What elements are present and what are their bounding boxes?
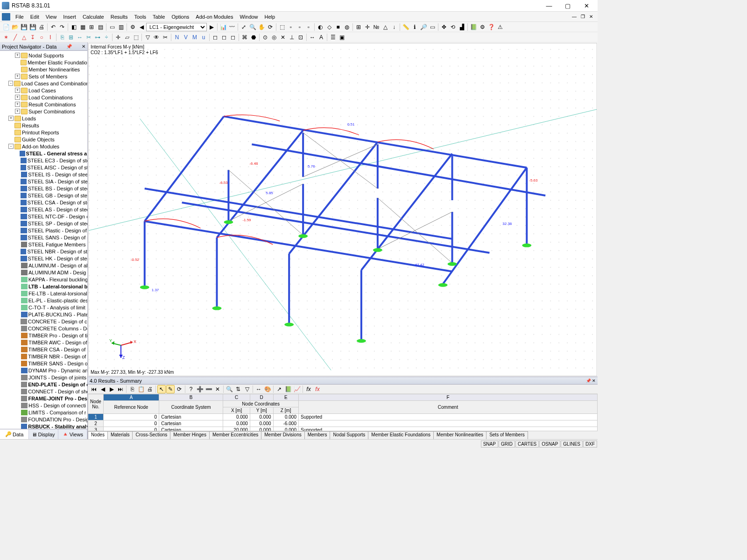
tree-item[interactable]: STEEL SIA - Design of steel xyxy=(0,178,87,185)
res-copy-icon[interactable]: ⎘ xyxy=(128,385,136,393)
toggle-1-icon[interactable]: ◻ xyxy=(211,33,219,42)
res-next-icon[interactable]: ▶ xyxy=(107,385,116,393)
view-iso-icon[interactable]: ⬚ xyxy=(278,23,286,31)
calc-next-icon[interactable]: ▶ xyxy=(207,23,216,31)
tree-item[interactable]: STEEL GB - Design of steel xyxy=(0,192,87,199)
tree-item[interactable]: STEEL NTC-DF - Design of xyxy=(0,213,87,220)
tree-item[interactable]: TIMBER SANS - Design of xyxy=(0,360,87,367)
hinge-icon[interactable]: ○ xyxy=(37,33,46,42)
results-n-icon[interactable]: N xyxy=(173,33,181,42)
tree-item[interactable]: STEEL SP - Design of steel xyxy=(0,220,87,227)
calc-prev-icon[interactable]: ◀ xyxy=(137,23,146,31)
tree-item[interactable]: KAPPA - Flexural buckling xyxy=(0,276,87,283)
tree-item[interactable]: STEEL Plastic - Design of s xyxy=(0,227,87,234)
edit-icon[interactable]: ✎ xyxy=(166,385,175,393)
view-y-icon[interactable]: ▫ xyxy=(296,23,304,31)
tree-item[interactable]: STEEL AS - Design of steel xyxy=(0,206,87,213)
trim-icon[interactable]: ✂ xyxy=(85,33,93,42)
nav-tab-data[interactable]: 🔑 Data xyxy=(0,429,29,439)
divide-icon[interactable]: ÷ xyxy=(102,33,111,42)
menu-edit[interactable]: Edit xyxy=(27,13,42,21)
tree-item[interactable]: CONNECT - Design of she xyxy=(0,388,87,395)
solid-icon[interactable]: ■ xyxy=(334,23,342,31)
maximize-button[interactable]: ▢ xyxy=(558,0,577,11)
table-row[interactable]: 10Cartesian0.0000.0000.000Supported xyxy=(88,414,598,420)
info-icon[interactable]: ℹ xyxy=(410,23,419,31)
navigator-tree[interactable]: +Nodal SupportsMember Elastic Foundation… xyxy=(0,51,87,429)
redo-icon[interactable]: ↷ xyxy=(58,23,66,31)
table-row[interactable]: 30Cartesian20.0000.0000.000Supported xyxy=(88,427,598,431)
res-paste-icon[interactable]: 📋 xyxy=(137,385,145,393)
tree-item[interactable]: Member Elastic Foundations xyxy=(0,59,87,66)
tree-item[interactable]: TIMBER NBR - Design of t xyxy=(0,353,87,360)
save-all-icon[interactable]: 💾 xyxy=(28,23,37,31)
delete-row-icon[interactable]: ➖ xyxy=(204,385,213,393)
view-x-icon[interactable]: ▫ xyxy=(287,23,295,31)
tree-item[interactable]: +Sets of Members xyxy=(0,73,87,80)
refresh-icon[interactable]: ⟳ xyxy=(175,385,183,393)
clip-icon[interactable]: ✂ xyxy=(161,33,169,42)
support-tool-icon[interactable]: △ xyxy=(20,33,28,42)
diagram-icon[interactable]: 〰 xyxy=(228,23,236,31)
tree-item[interactable]: -Add-on Modules xyxy=(0,143,87,150)
move-icon[interactable]: ✥ xyxy=(440,23,448,31)
res-fxclear-icon[interactable]: fx xyxy=(313,385,322,393)
results-tab-member-elastic-foundations[interactable]: Member Elastic Foundations xyxy=(368,431,434,439)
menu-file[interactable]: File xyxy=(12,13,27,21)
grid-icon[interactable]: ⊞ xyxy=(354,23,363,31)
results-grid[interactable]: Node No.ABCDEFReference NodeCoordinate S… xyxy=(88,394,598,431)
menu-add-on-modules[interactable]: Add-on Modules xyxy=(192,13,236,21)
tree-item[interactable]: JOINTS - Design of joints xyxy=(0,374,87,381)
open-file-icon[interactable]: 📂 xyxy=(11,23,19,31)
tree-item[interactable]: PLATE-BUCKLING - Plate xyxy=(0,311,87,318)
tree-item[interactable]: STEEL SANS - Design of st xyxy=(0,234,87,241)
find-icon[interactable]: 🔎 xyxy=(419,23,428,31)
res-print-icon[interactable]: 🖨 xyxy=(146,385,154,393)
results-tab-member-eccentricities[interactable]: Member Eccentricities xyxy=(209,431,261,439)
tree-item[interactable]: TIMBER AWC - Design of xyxy=(0,339,87,346)
report-icon[interactable]: ▤ xyxy=(96,23,105,31)
tree-item[interactable]: RSBUCK - Stability analy xyxy=(0,423,87,429)
mdi-close[interactable]: ✕ xyxy=(587,14,595,20)
menu-options[interactable]: Options xyxy=(168,13,192,21)
menu-view[interactable]: View xyxy=(42,13,60,21)
colors-icon[interactable]: 🎨 xyxy=(263,385,272,393)
connect-icon[interactable]: ⊶ xyxy=(93,33,102,42)
results-tab-cross-sections[interactable]: Cross-Sections xyxy=(132,431,170,439)
insert-row-icon[interactable]: ➕ xyxy=(196,385,204,393)
zoom-fit-icon[interactable]: ⤢ xyxy=(240,23,248,31)
pin-icon[interactable]: 📌 xyxy=(66,44,72,49)
tree-item[interactable]: FRAME-JOINT Pro - Desi xyxy=(0,395,87,402)
res-export-icon[interactable]: ↗ xyxy=(275,385,283,393)
tree-item[interactable]: +Result Combinations xyxy=(0,101,87,108)
menu-help[interactable]: Help xyxy=(261,13,279,21)
mdi-restore[interactable]: ❐ xyxy=(579,14,586,20)
print-icon[interactable]: 🖨 xyxy=(37,23,46,31)
loadcase-combo[interactable]: LC1 - Eigengewicht xyxy=(146,23,207,31)
tree-item[interactable]: STEEL CSA - Design of steel xyxy=(0,199,87,206)
tree-item[interactable]: TIMBER CSA - Design of t xyxy=(0,346,87,353)
tree-item[interactable]: CONCRETE Columns - De xyxy=(0,325,87,332)
nav-tab-views[interactable]: 🔺 Views xyxy=(58,429,87,439)
select-icon[interactable]: ▭ xyxy=(428,23,437,31)
close-panel-icon[interactable]: ✕ xyxy=(82,44,85,49)
plane-icon[interactable]: ▱ xyxy=(123,33,131,42)
tree-item[interactable]: STEEL NBR - Design of steel xyxy=(0,248,87,255)
results-tab-member-divisions[interactable]: Member Divisions xyxy=(261,431,304,439)
status-osnap[interactable]: OSNAP xyxy=(539,441,560,448)
mdi-minimize[interactable]: — xyxy=(571,14,578,20)
menu-results[interactable]: Results xyxy=(107,13,131,21)
view-z-icon[interactable]: ▫ xyxy=(304,23,313,31)
array-icon[interactable]: ⊞ xyxy=(67,33,75,42)
nav-tab-display[interactable]: 🖥 Display xyxy=(29,429,58,439)
tree-item[interactable]: Printout Reports xyxy=(0,129,87,136)
toggle-3-icon[interactable]: ◻ xyxy=(229,33,237,42)
results-icon[interactable]: 📊 xyxy=(219,23,227,31)
group-icon[interactable]: ▣ xyxy=(338,33,346,42)
zoom-window-icon[interactable]: 🔍 xyxy=(248,23,257,31)
tree-item[interactable]: Guide Objects xyxy=(0,136,87,143)
viewport-3d[interactable]: Internal Forces M-y [kNm] CO2 : 1.35*LF1… xyxy=(88,43,597,376)
tree-item[interactable]: STEEL IS - Design of steel xyxy=(0,171,87,178)
tree-item[interactable]: DYNAM Pro - Dynamic an xyxy=(0,367,87,374)
tree-item[interactable]: FE-LTB - Lateral-torsional xyxy=(0,290,87,297)
